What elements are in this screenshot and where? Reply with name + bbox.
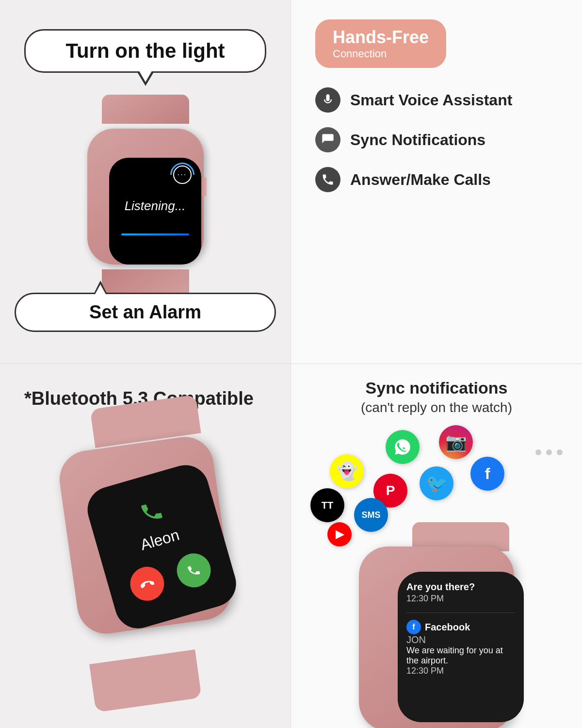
panel-voice-assistant: Turn on the light ··· Listening... Set a… bbox=[0, 0, 291, 364]
sync-notifications-label: Sync Notifications bbox=[350, 131, 485, 149]
watch-notif-body: Are you there? 12:30 PM f Facebook JON W… bbox=[359, 546, 514, 728]
panel-sync-notifications: Sync notifications (can't reply on the w… bbox=[291, 364, 582, 728]
alarm-text: Set an Alarm bbox=[89, 302, 201, 322]
message-icon bbox=[315, 127, 340, 152]
sms-icon: SMS bbox=[354, 498, 388, 532]
watch-listening: ··· Listening... bbox=[78, 114, 213, 279]
notif-1-message: Are you there? bbox=[406, 581, 515, 593]
hands-free-title: Hands-Free bbox=[333, 27, 429, 48]
listening-text: Listening... bbox=[125, 199, 186, 214]
notif-sender: JON bbox=[406, 634, 515, 645]
notif-2-time: 12:30 PM bbox=[406, 666, 515, 676]
sync-title: Sync notifications bbox=[366, 379, 508, 397]
notif-divider bbox=[406, 612, 515, 613]
watch-band-top bbox=[102, 95, 189, 124]
feature-sync-notifications: Sync Notifications bbox=[315, 127, 558, 152]
dot-1 bbox=[535, 449, 541, 455]
feature-calls: Answer/Make Calls bbox=[315, 167, 558, 192]
watch-notif-screen: Are you there? 12:30 PM f Facebook JON W… bbox=[398, 572, 524, 722]
notif-facebook-icon: f bbox=[406, 620, 421, 634]
notification-1: Are you there? 12:30 PM bbox=[406, 581, 515, 606]
call-buttons bbox=[126, 549, 215, 604]
feature-list: Smart Voice Assistant Sync Notifications… bbox=[315, 87, 558, 192]
instagram-icon: 📷 bbox=[439, 425, 473, 459]
feature-voice-assistant: Smart Voice Assistant bbox=[315, 87, 558, 113]
notification-2: f Facebook JON We are waiting for you at… bbox=[406, 620, 515, 678]
notif-app-name: Facebook bbox=[425, 622, 470, 633]
command-text: Turn on the light bbox=[65, 39, 225, 62]
watch-body: ··· Listening... bbox=[87, 129, 204, 265]
watch-call: Aleon bbox=[53, 429, 238, 671]
facebook-icon: f bbox=[470, 457, 504, 491]
accept-button[interactable] bbox=[173, 549, 215, 591]
notif-1-time: 12:30 PM bbox=[406, 594, 515, 604]
panel-bluetooth: *Bluetooth 5.3 Compatible Aleon bbox=[0, 364, 291, 728]
dot-3 bbox=[557, 449, 563, 455]
watch-call-screen: Aleon bbox=[82, 460, 242, 634]
speech-bubble-alarm: Set an Alarm bbox=[15, 293, 276, 332]
voice-wave-bar bbox=[121, 233, 189, 235]
hands-free-subtitle: Connection bbox=[333, 48, 429, 60]
watch-arc-decoration bbox=[165, 158, 199, 192]
watch-call-band-bottom bbox=[89, 649, 202, 712]
panel-hands-free: Hands-Free Connection Smart Voice Assist… bbox=[291, 0, 582, 364]
sync-subtitle: (can't reply on the watch) bbox=[361, 400, 512, 415]
watch-notifications: Are you there? 12:30 PM f Facebook JON W… bbox=[335, 537, 538, 728]
watch-screen: ··· Listening... bbox=[109, 158, 201, 265]
notif-body: We are waiting for you at the airport. bbox=[406, 645, 515, 666]
app-icons-area: 👻 📷 P 🐦 f TT SMS ▶ bbox=[301, 425, 524, 532]
tiktok-icon: TT bbox=[310, 488, 344, 522]
decline-button[interactable] bbox=[126, 563, 168, 605]
mic-icon bbox=[315, 87, 340, 113]
main-grid: Turn on the light ··· Listening... Set a… bbox=[0, 0, 582, 728]
snapchat-icon: 👻 bbox=[330, 454, 364, 488]
notif-fb-row: f Facebook bbox=[406, 620, 515, 634]
call-icon bbox=[315, 167, 340, 192]
whatsapp-icon bbox=[386, 430, 420, 464]
carousel-dots bbox=[535, 449, 563, 455]
voice-assistant-label: Smart Voice Assistant bbox=[350, 91, 512, 109]
hands-free-badge: Hands-Free Connection bbox=[315, 19, 446, 68]
watch-call-body: Aleon bbox=[56, 433, 235, 638]
speech-bubble-command: Turn on the light bbox=[24, 29, 266, 73]
incoming-call-icon bbox=[137, 497, 168, 531]
calls-label: Answer/Make Calls bbox=[350, 171, 491, 189]
dot-2 bbox=[546, 449, 552, 455]
twitter-icon: 🐦 bbox=[420, 466, 453, 500]
